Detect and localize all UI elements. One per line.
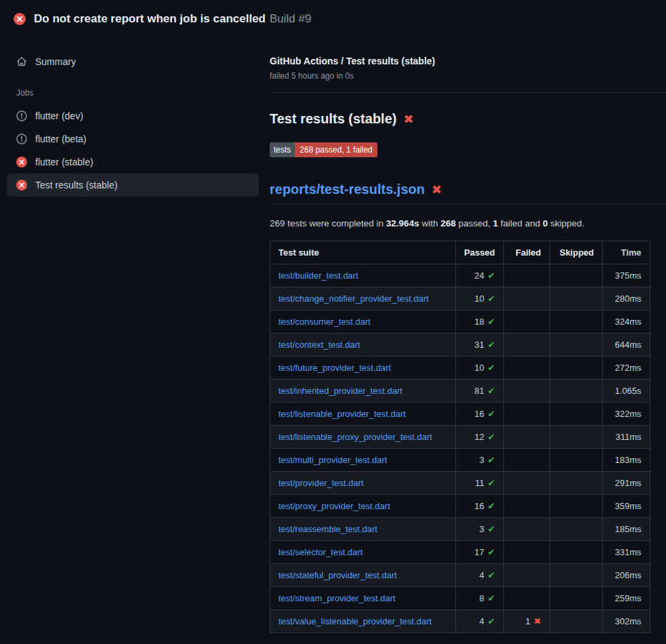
failed-cell — [503, 472, 549, 495]
failed-x-icon: ✖ — [432, 184, 442, 196]
failed-cell — [503, 264, 549, 287]
test-suite-link[interactable]: test/future_provider_test.dart — [278, 363, 391, 373]
suite-cell: test/change_notifier_provider_test.dart — [270, 287, 456, 310]
table-row: test/reassemble_test.dart3✔185ms — [270, 518, 650, 541]
col-header-time: Time — [602, 241, 650, 264]
skipped-cell — [549, 287, 602, 310]
badge-value: 268 passed, 1 failed — [295, 142, 377, 157]
suite-cell: test/provider_test.dart — [270, 472, 456, 495]
test-suite-link[interactable]: test/context_test.dart — [278, 340, 360, 350]
home-icon — [16, 56, 27, 67]
skipped-cell — [549, 518, 602, 541]
page: Do not create report when job is cancell… — [0, 0, 666, 644]
failed-x-icon: ✖ — [403, 113, 413, 125]
run-header: Do not create report when job is cancell… — [0, 0, 666, 34]
test-suite-link[interactable]: test/listenable_provider_test.dart — [278, 409, 406, 419]
test-suite-link[interactable]: test/selector_test.dart — [278, 547, 362, 557]
suite-cell: test/future_provider_test.dart — [270, 357, 456, 380]
sidebar: Summary Jobs flutter (dev) — [0, 34, 270, 197]
check-icon: ✔ — [488, 340, 495, 350]
time-cell: 324ms — [602, 310, 650, 334]
passed-cell-value: 12 — [474, 432, 484, 442]
build-number: Build #9 — [270, 12, 311, 25]
suite-cell: test/stream_provider_test.dart — [270, 587, 456, 610]
test-suite-link[interactable]: test/consumer_test.dart — [278, 317, 371, 327]
col-header-test-suite: Test suite — [270, 241, 456, 264]
table-row: test/builder_test.dart24✔375ms — [270, 264, 650, 287]
main-content: GitHub Actions / Test results (stable) f… — [270, 34, 666, 633]
skipped-cell — [549, 380, 602, 403]
test-suite-link[interactable]: test/stateful_provider_test.dart — [278, 570, 397, 580]
sidebar-job-label: Test results (stable) — [35, 180, 117, 190]
suite-cell: test/selector_test.dart — [270, 541, 456, 564]
test-suite-link[interactable]: test/provider_test.dart — [278, 478, 364, 488]
skipped-cell — [549, 610, 602, 633]
test-suite-link[interactable]: test/multi_provider_test.dart — [278, 455, 387, 465]
test-suite-link[interactable]: test/builder_test.dart — [278, 270, 358, 281]
sidebar-item-flutter-stable[interactable]: flutter (stable) — [7, 150, 259, 174]
table-row: test/stream_provider_test.dart8✔259ms — [270, 587, 650, 610]
check-icon: ✔ — [488, 363, 495, 373]
test-suite-link[interactable]: test/inherited_provider_test.dart — [278, 386, 402, 396]
summary-number: 32.964s — [386, 218, 419, 228]
failed-cell — [503, 380, 549, 403]
passed-cell-value: 18 — [474, 317, 484, 327]
test-suite-link[interactable]: test/change_notifier_provider_test.dart — [278, 294, 429, 304]
check-icon: ✔ — [488, 386, 495, 396]
report-file-link[interactable]: reports/test-results.json — [270, 182, 425, 197]
time-cell: 375ms — [602, 264, 650, 287]
passed-cell-value: 17 — [474, 547, 484, 557]
summary-segment: 269 tests were completed in — [270, 218, 386, 228]
time-cell: 291ms — [602, 472, 650, 495]
skipped-cell — [549, 495, 602, 518]
passed-cell-value: 3 — [479, 524, 484, 534]
failed-cell — [503, 403, 549, 426]
failed-icon — [16, 157, 27, 167]
passed-cell-value: 3 — [479, 455, 484, 465]
summary-segment: passed, — [456, 218, 493, 228]
suite-cell: test/proxy_provider_test.dart — [270, 495, 456, 518]
run-title: Do not create report when job is cancell… — [34, 12, 266, 25]
time-cell: 322ms — [602, 403, 650, 426]
failed-icon — [16, 180, 27, 190]
test-suite-link[interactable]: test/reassemble_test.dart — [278, 524, 377, 534]
test-suite-link[interactable]: test/value_listenable_provider_test.dart — [278, 616, 432, 626]
jobs-heading: Jobs — [7, 73, 259, 104]
table-row: test/listenable_provider_test.dart16✔322… — [270, 403, 650, 426]
sidebar-item-summary[interactable]: Summary — [7, 50, 259, 73]
check-icon: ✔ — [488, 478, 495, 488]
section-title: Test results (stable) ✖ — [270, 111, 666, 127]
passed-cell: 4✔ — [456, 564, 504, 587]
failed-cell — [503, 587, 549, 610]
skipped-cell — [549, 449, 602, 472]
passed-cell-value: 16 — [474, 409, 484, 419]
sidebar-item-flutter-beta[interactable]: flutter (beta) — [7, 127, 259, 150]
passed-cell: 16✔ — [456, 495, 504, 518]
test-suite-link[interactable]: test/proxy_provider_test.dart — [278, 501, 390, 511]
report-title: reports/test-results.json ✖ — [270, 182, 666, 205]
check-icon: ✔ — [488, 616, 495, 626]
test-suite-link[interactable]: test/stream_provider_test.dart — [278, 593, 396, 603]
passed-cell: 81✔ — [456, 380, 504, 403]
test-suite-link[interactable]: test/listenable_proxy_provider_test.dart — [278, 432, 432, 442]
time-cell: 280ms — [602, 287, 650, 310]
check-icon: ✔ — [488, 409, 495, 419]
passed-cell: 16✔ — [456, 403, 504, 426]
passed-cell: 17✔ — [456, 541, 504, 564]
sidebar-item-flutter-dev[interactable]: flutter (dev) — [7, 104, 259, 127]
col-header-passed: Passed — [456, 241, 504, 264]
skipped-cell — [549, 334, 602, 357]
divider — [270, 92, 666, 93]
passed-cell: 10✔ — [456, 287, 504, 310]
cancelled-icon — [16, 110, 27, 121]
col-header-skipped: Skipped — [549, 241, 602, 264]
header-row: Test suite Passed Failed Skipped Time — [270, 241, 650, 264]
results-table-body: test/builder_test.dart24✔375mstest/chang… — [270, 264, 650, 633]
sidebar-item-test-results-stable[interactable]: Test results (stable) — [7, 174, 259, 197]
passed-cell-value: 10 — [474, 294, 484, 304]
check-icon: ✔ — [488, 432, 495, 442]
skipped-cell — [549, 357, 602, 380]
passed-cell: 31✔ — [456, 334, 504, 357]
check-icon: ✔ — [488, 547, 495, 557]
suite-cell: test/stateful_provider_test.dart — [270, 564, 456, 587]
